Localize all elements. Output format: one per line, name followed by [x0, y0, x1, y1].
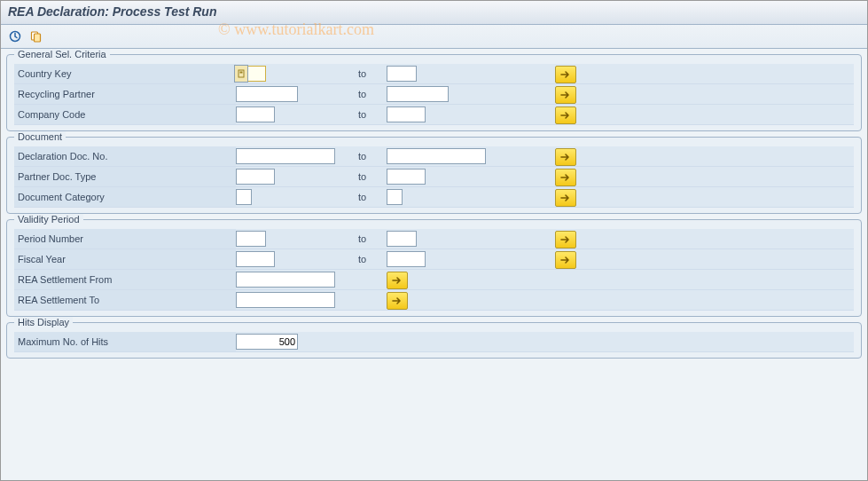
decl-doc-no-range-button[interactable] [555, 148, 576, 166]
range-arrow-icon [560, 173, 571, 182]
to-label: to [351, 229, 387, 248]
label-period-number: Period Number [14, 229, 236, 248]
range-arrow-icon [560, 235, 571, 244]
country-key-to-input[interactable] [387, 66, 417, 82]
settlement-from-range-button[interactable] [387, 272, 408, 289]
period-number-range-button[interactable] [555, 231, 576, 248]
country-key-range-button[interactable] [555, 66, 576, 83]
group-hits-display: Hits Display Maximum No. of Hits [6, 322, 862, 359]
label-partner-doc-type: Partner Doc. Type [14, 167, 236, 186]
group-document: Document Declaration Doc. No. to Partner… [6, 137, 862, 214]
row-decl-doc-no: Declaration Doc. No. to [14, 146, 854, 167]
row-fiscal-year: Fiscal Year to [14, 249, 854, 270]
decl-doc-no-to-input[interactable] [387, 148, 486, 164]
row-country-key: Country Key to [14, 64, 854, 84]
row-period-number: Period Number to [14, 229, 854, 249]
group-validity-period: Validity Period Period Number to Fiscal … [6, 219, 862, 317]
recycling-partner-to-input[interactable] [387, 86, 449, 102]
company-code-range-button[interactable] [555, 106, 576, 124]
to-label: to [351, 64, 387, 83]
row-recycling-partner: Recycling Partner to [14, 84, 854, 105]
search-help-icon [238, 69, 245, 78]
partner-doc-type-from-input[interactable] [236, 169, 275, 185]
group-title-document: Document [14, 131, 66, 142]
fiscal-year-from-input[interactable] [236, 251, 275, 267]
to-label: to [351, 167, 387, 186]
country-key-f4-button[interactable] [234, 65, 248, 83]
to-label: to [351, 105, 387, 124]
period-number-to-input[interactable] [387, 231, 417, 247]
page-title: REA Declaration: Process Test Run [1, 1, 867, 25]
content-area: General Sel. Criteria Country Key to [1, 49, 867, 369]
clock-execute-icon [9, 30, 21, 43]
label-settlement-from: REA Settlement From [14, 270, 236, 289]
decl-doc-no-from-input[interactable] [236, 148, 335, 164]
range-arrow-icon [560, 70, 571, 79]
recycling-partner-range-button[interactable] [555, 86, 576, 104]
to-label: to [351, 249, 387, 269]
settlement-to-range-button[interactable] [387, 292, 408, 310]
execute-button[interactable] [6, 28, 24, 45]
doc-category-from-input[interactable] [236, 189, 252, 205]
doc-category-range-button[interactable] [555, 189, 576, 207]
label-max-hits: Maximum No. of Hits [14, 332, 236, 351]
row-max-hits: Maximum No. of Hits [14, 332, 854, 352]
company-code-from-input[interactable] [236, 106, 275, 122]
partner-doc-type-to-input[interactable] [387, 169, 426, 185]
label-recycling-partner: Recycling Partner [14, 84, 236, 104]
row-doc-category: Document Category to [14, 187, 854, 208]
row-partner-doc-type: Partner Doc. Type to [14, 167, 854, 187]
period-number-from-input[interactable] [236, 231, 266, 247]
toolbar: © www.tutorialkart.com [1, 25, 867, 49]
row-settlement-from: REA Settlement From [14, 270, 854, 290]
range-arrow-icon [560, 91, 571, 99]
label-country-key: Country Key [14, 64, 236, 83]
settlement-from-input[interactable] [236, 272, 335, 288]
range-arrow-icon [392, 276, 403, 285]
svg-rect-4 [240, 72, 243, 74]
company-code-to-input[interactable] [387, 106, 426, 122]
fiscal-year-to-input[interactable] [387, 251, 426, 267]
row-company-code: Company Code to [14, 105, 854, 125]
svg-rect-3 [239, 70, 244, 77]
range-arrow-icon [392, 296, 403, 305]
range-arrow-icon [560, 111, 571, 120]
to-label: to [351, 84, 387, 104]
range-arrow-icon [560, 256, 571, 264]
variant-icon [30, 30, 43, 43]
label-decl-doc-no: Declaration Doc. No. [14, 146, 236, 166]
recycling-partner-from-input[interactable] [236, 86, 298, 102]
max-hits-input[interactable] [236, 334, 298, 350]
group-general-criteria: General Sel. Criteria Country Key to [6, 54, 862, 131]
label-doc-category: Document Category [14, 187, 236, 207]
group-title-hits: Hits Display [14, 317, 73, 327]
settlement-to-input[interactable] [236, 292, 335, 308]
label-company-code: Company Code [14, 105, 236, 124]
group-title-general: General Sel. Criteria [14, 49, 110, 59]
partner-doc-type-range-button[interactable] [555, 169, 576, 186]
to-label: to [351, 187, 387, 207]
range-arrow-icon [560, 193, 571, 202]
doc-category-to-input[interactable] [387, 189, 403, 205]
fiscal-year-range-button[interactable] [555, 251, 576, 269]
app-window: REA Declaration: Process Test Run © www.… [0, 0, 868, 481]
to-label: to [351, 146, 387, 166]
svg-rect-2 [35, 34, 41, 42]
label-settlement-to: REA Settlement To [14, 290, 236, 310]
range-arrow-icon [560, 153, 571, 162]
group-title-validity: Validity Period [14, 214, 83, 225]
row-settlement-to: REA Settlement To [14, 290, 854, 311]
get-variant-button[interactable] [27, 28, 45, 45]
label-fiscal-year: Fiscal Year [14, 249, 236, 269]
